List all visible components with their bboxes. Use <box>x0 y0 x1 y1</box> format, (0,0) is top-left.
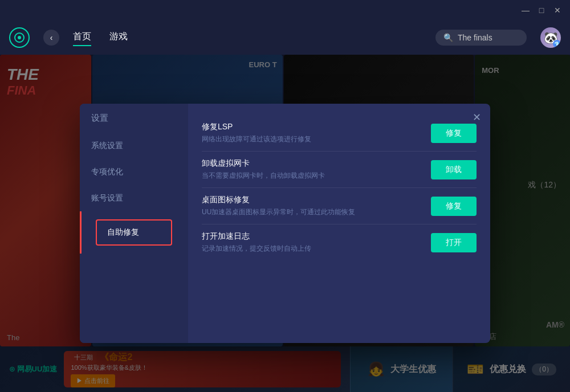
maximize-button[interactable]: □ <box>534 2 549 18</box>
setting-vnic-desc: 当不需要虚拟网卡时，自动卸载虚拟网卡 <box>202 171 422 181</box>
settings-nav-system[interactable]: 系统设置 <box>80 133 188 159</box>
setting-vnic-name: 卸载虚拟网卡 <box>202 158 422 169</box>
search-text: The finals <box>458 33 492 42</box>
search-box[interactable]: 🔍 The finals <box>435 30 527 46</box>
settings-nav-optimize[interactable]: 专项优化 <box>80 159 188 185</box>
setting-icon-repair: 桌面图标修复 UU加速器桌面图标显示异常时，可通过此功能恢复 修复 <box>202 188 477 224</box>
settings-sidebar: 设置 系统设置 专项优化 账号设置 自助修复 <box>80 104 188 343</box>
setting-vnic: 卸载虚拟网卡 当不需要虚拟网卡时，自动卸载虚拟网卡 卸载 <box>202 152 477 188</box>
setting-log-name: 打开加速日志 <box>202 231 422 242</box>
settings-nav-account[interactable]: 账号设置 <box>80 185 188 211</box>
logo-inner <box>14 32 25 43</box>
logo <box>9 27 30 48</box>
open-log-button[interactable]: 打开 <box>431 233 477 252</box>
avatar-badge: 💎 <box>553 40 561 48</box>
settings-modal: 设置 系统设置 专项优化 账号设置 自助修复 ✕ 修复LSP 网络出现故障可通过… <box>80 104 490 343</box>
avatar[interactable]: 🐼 💎 <box>540 27 561 48</box>
header: ‹ 首页 游戏 🔍 The finals 🐼 💎 <box>0 21 570 55</box>
setting-lsp-desc: 网络出现故障可通过该选项进行修复 <box>202 134 422 144</box>
setting-lsp: 修复LSP 网络出现故障可通过该选项进行修复 修复 <box>202 115 477 152</box>
setting-log: 打开加速日志 记录加速情况，提交反馈时自动上传 打开 <box>202 224 477 260</box>
settings-nav-repair[interactable]: 自助修复 <box>80 211 188 254</box>
settings-close-button[interactable]: ✕ <box>470 111 483 124</box>
nav-home[interactable]: 首页 <box>73 31 91 45</box>
minimize-button[interactable]: — <box>518 2 534 18</box>
nav: 首页 游戏 <box>73 31 128 45</box>
setting-icon-info: 桌面图标修复 UU加速器桌面图标显示异常时，可通过此功能恢复 <box>202 195 422 217</box>
setting-lsp-name: 修复LSP <box>202 122 422 132</box>
back-button[interactable]: ‹ <box>43 30 59 46</box>
settings-title: 设置 <box>80 113 188 133</box>
title-bar: — □ ✕ <box>0 0 570 21</box>
content-area: THE FINA The EURO T ⊙ MOR AM® 商店 戏（12） <box>0 55 570 392</box>
uninstall-vnic-button[interactable]: 卸载 <box>431 160 477 179</box>
repair-lsp-button[interactable]: 修复 <box>431 124 477 143</box>
repair-icon-button[interactable]: 修复 <box>431 197 477 216</box>
setting-log-desc: 记录加速情况，提交反馈时自动上传 <box>202 244 422 254</box>
search-icon: 🔍 <box>443 33 453 42</box>
setting-lsp-info: 修复LSP 网络出现故障可通过该选项进行修复 <box>202 122 422 144</box>
app-container: ‹ 首页 游戏 🔍 The finals 🐼 💎 THE FINA The <box>0 21 570 392</box>
settings-content: ✕ 修复LSP 网络出现故障可通过该选项进行修复 修复 卸载虚拟网卡 当不需要虚… <box>188 104 490 343</box>
nav-games[interactable]: 游戏 <box>109 31 128 45</box>
setting-log-info: 打开加速日志 记录加速情况，提交反馈时自动上传 <box>202 231 422 254</box>
setting-vnic-info: 卸载虚拟网卡 当不需要虚拟网卡时，自动卸载虚拟网卡 <box>202 158 422 181</box>
setting-icon-desc: UU加速器桌面图标显示异常时，可通过此功能恢复 <box>202 207 422 217</box>
close-window-button[interactable]: ✕ <box>549 2 565 18</box>
setting-icon-name: 桌面图标修复 <box>202 195 422 205</box>
